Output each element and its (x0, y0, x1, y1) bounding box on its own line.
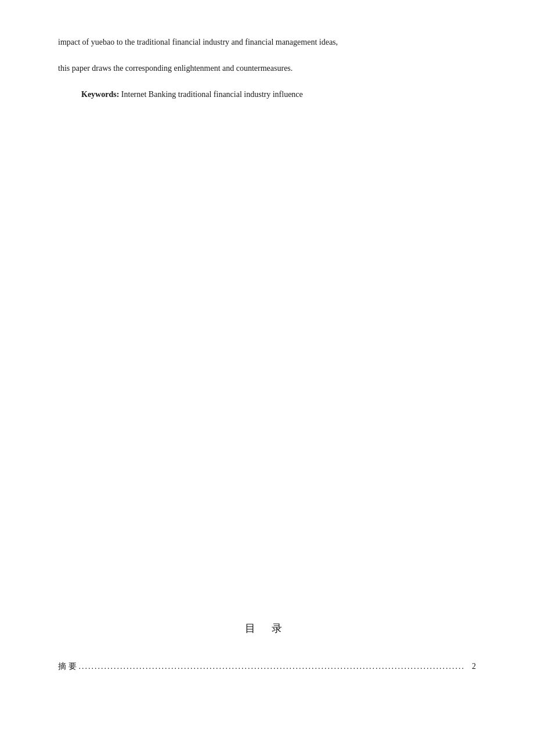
toc-page-abstract: 2 (472, 658, 476, 675)
abstract-text-1: impact of yuebao to the traditional fina… (58, 38, 338, 46)
abstract-text-2: this paper draws the corresponding enlig… (58, 64, 293, 73)
toc-entry-label-abstract: 摘 要 (58, 658, 77, 675)
abstract-line-2: this paper draws the corresponding enlig… (58, 61, 476, 75)
keywords-label: Keywords: (81, 90, 119, 99)
keywords-items: Internet Banking traditional financial i… (121, 90, 303, 99)
toc-title: 目 录 (58, 621, 476, 635)
page: impact of yuebao to the traditional fina… (0, 0, 534, 756)
toc-entry-abstract: 摘 要 ....................................… (58, 658, 476, 675)
toc-dots-abstract: ........................................… (79, 658, 470, 675)
keywords-line: Keywords: Internet Banking traditional f… (58, 87, 476, 102)
abstract-line-1: impact of yuebao to the traditional fina… (58, 35, 476, 49)
toc-section: 目 录 摘 要 ................................… (0, 621, 534, 675)
